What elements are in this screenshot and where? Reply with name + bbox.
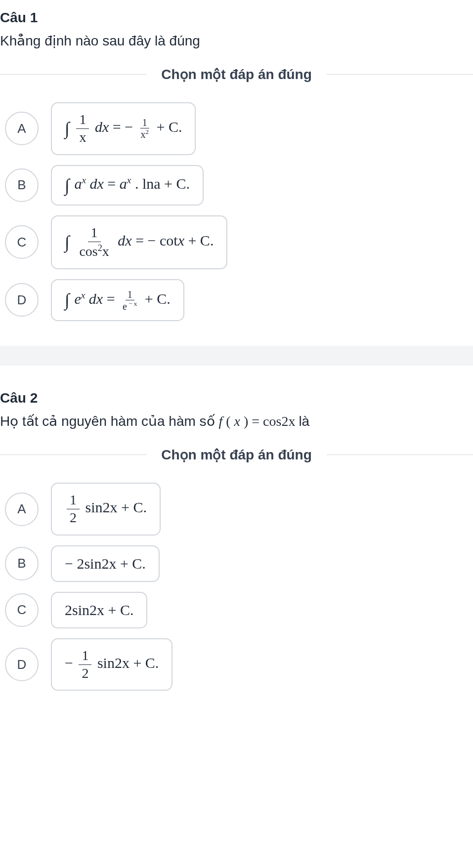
- instruction-divider: Chọn một đáp án đúng: [0, 66, 473, 83]
- option-letter-d: D: [5, 648, 39, 681]
- divider-line-right: [327, 455, 473, 455]
- options-container: A ∫ 1 x dx = − 1 x2 + C.: [0, 102, 473, 321]
- option-a[interactable]: A ∫ 1 x dx = − 1 x2 + C.: [5, 102, 473, 155]
- divider-line-right: [327, 74, 473, 75]
- divider-line-left: [0, 74, 146, 75]
- option-content-d: − 1 2 sin2x + C.: [51, 638, 172, 691]
- option-content-a: ∫ 1 x dx = − 1 x2 + C.: [51, 102, 196, 155]
- option-d[interactable]: D ∫ ex dx = 1 e − x + C.: [5, 279, 473, 322]
- question-separator: [0, 346, 473, 366]
- instruction-divider: Chọn một đáp án đúng: [0, 447, 473, 463]
- option-c[interactable]: C 2sin2x + C.: [5, 592, 473, 628]
- option-a[interactable]: A 1 2 sin2x + C.: [5, 483, 473, 536]
- option-content-c: ∫ 1 cos2x dx = − cotx + C.: [51, 215, 227, 269]
- question-number: Câu 1: [0, 10, 473, 31]
- option-content-b: − 2sin2x + C.: [51, 545, 160, 582]
- option-b[interactable]: B ∫ ax dx = ax . lna + C.: [5, 165, 473, 206]
- instruction-text: Chọn một đáp án đúng: [146, 447, 327, 463]
- question-prompt: Họ tất cả nguyên hàm của hàm số f ( x ) …: [0, 411, 473, 447]
- options-container: A 1 2 sin2x + C. B − 2sin2x + C.: [0, 483, 473, 691]
- option-content-b: ∫ ax dx = ax . lna + C.: [51, 165, 204, 206]
- option-content-d: ∫ ex dx = 1 e − x + C.: [51, 279, 184, 322]
- instruction-text: Chọn một đáp án đúng: [146, 66, 327, 83]
- option-c[interactable]: C ∫ 1 cos2x dx = − cotx + C.: [5, 215, 473, 269]
- option-letter-d: D: [5, 283, 39, 317]
- option-letter-a: A: [5, 112, 39, 145]
- question-number: Câu 2: [0, 390, 473, 411]
- question-2: Câu 2 Họ tất cả nguyên hàm của hàm số f …: [0, 390, 473, 705]
- option-b[interactable]: B − 2sin2x + C.: [5, 545, 473, 582]
- option-letter-c: C: [5, 593, 39, 627]
- option-d[interactable]: D − 1 2 sin2x + C.: [5, 638, 473, 691]
- option-letter-c: C: [5, 225, 39, 259]
- question-1: Câu 1 Khẳng định nào sau đây là đúng Chọ…: [0, 0, 473, 336]
- divider-line-left: [0, 455, 146, 455]
- option-content-c: 2sin2x + C.: [51, 592, 147, 628]
- option-letter-b: B: [5, 547, 39, 580]
- option-content-a: 1 2 sin2x + C.: [51, 483, 161, 536]
- option-letter-b: B: [5, 168, 39, 202]
- option-letter-a: A: [5, 493, 39, 526]
- question-prompt: Khẳng định nào sau đây là đúng: [0, 31, 473, 66]
